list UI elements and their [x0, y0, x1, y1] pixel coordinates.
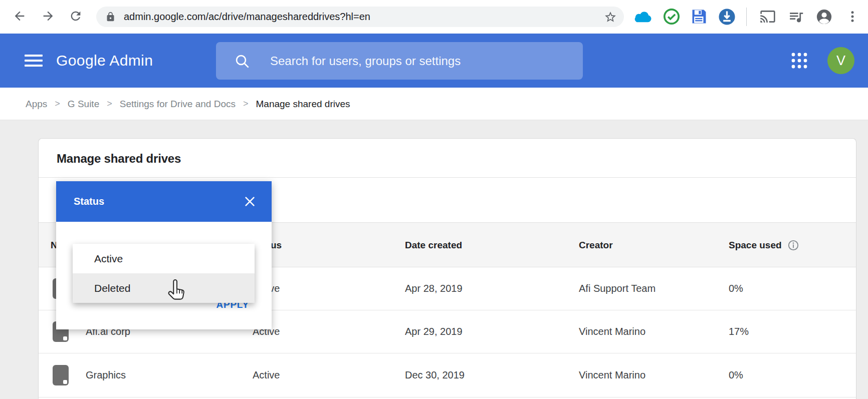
- drive-date-created: Apr 29, 2019: [405, 310, 463, 353]
- account-avatar[interactable]: V: [827, 47, 854, 74]
- google-apps-grid-icon[interactable]: [790, 52, 808, 70]
- download-extension-icon[interactable]: [717, 7, 737, 27]
- breadcrumb-current: Manage shared drives: [256, 99, 350, 110]
- page-title: Manage shared drives: [57, 152, 181, 166]
- product-name: Google Admin: [56, 34, 153, 88]
- toolbar-divider: [746, 8, 747, 26]
- breadcrumb-apps[interactable]: Apps: [26, 99, 47, 110]
- drive-name: Graphics: [86, 353, 126, 397]
- drive-space-used: 17%: [729, 310, 749, 353]
- hand-cursor: [165, 278, 186, 305]
- status-options-menu: Active Deleted: [73, 244, 255, 303]
- cast-icon[interactable]: [758, 7, 778, 27]
- lock-icon: [105, 12, 116, 22]
- drive-space-used: 0%: [729, 267, 743, 310]
- search-icon: [234, 53, 250, 69]
- salesforce-extension-icon[interactable]: [632, 7, 653, 27]
- menu-option-deleted[interactable]: Deleted: [73, 273, 255, 303]
- admin-search-bar[interactable]: [216, 42, 583, 80]
- breadcrumb-gsuite[interactable]: G Suite: [68, 99, 99, 110]
- drive-creator: Vincent Marino: [579, 353, 645, 397]
- browser-menu-kebab-icon[interactable]: [842, 7, 862, 27]
- check-circle-extension-icon[interactable]: [662, 7, 682, 27]
- title-divider: [39, 177, 856, 178]
- back-icon: [13, 9, 27, 25]
- close-icon[interactable]: [243, 195, 257, 208]
- drive-creator: Afi Support Team: [579, 267, 656, 310]
- music-queue-icon[interactable]: [786, 7, 806, 27]
- breadcrumb: Apps > G Suite > Settings for Drive and …: [26, 88, 350, 120]
- breadcrumb-bar: Apps > G Suite > Settings for Drive and …: [0, 88, 868, 120]
- forward-button[interactable]: [40, 9, 57, 26]
- info-icon[interactable]: [787, 239, 799, 251]
- reload-icon: [69, 9, 83, 25]
- bookmark-star-icon[interactable]: [602, 9, 619, 26]
- admin-header-bar: Google Admin V: [0, 34, 868, 88]
- breadcrumb-drive-settings[interactable]: Settings for Drive and Docs: [120, 99, 236, 110]
- drive-creator: Vincent Marino: [579, 310, 645, 353]
- browser-profile-avatar-icon[interactable]: [814, 7, 834, 27]
- reload-button[interactable]: [67, 9, 84, 26]
- column-header-creator[interactable]: Creator: [579, 223, 613, 268]
- shared-drive-icon: [53, 365, 69, 385]
- column-header-space-used[interactable]: Space used: [729, 223, 799, 268]
- filter-title: Status: [74, 196, 104, 207]
- drive-date-created: Dec 30, 2019: [405, 353, 465, 397]
- column-header-date-created[interactable]: Date created: [405, 223, 462, 268]
- avatar-initial: V: [836, 53, 845, 69]
- table-row[interactable]: Graphics Active Dec 30, 2019 Vincent Mar…: [39, 353, 856, 397]
- status-filter-header: Status: [56, 181, 272, 222]
- search-input[interactable]: [269, 54, 573, 69]
- breadcrumb-separator: >: [243, 99, 249, 109]
- forward-icon: [41, 9, 55, 25]
- save-floppy-extension-icon[interactable]: [689, 7, 709, 27]
- main-menu-hamburger[interactable]: [25, 52, 43, 69]
- browser-toolbar: [0, 0, 868, 34]
- url-input[interactable]: [123, 11, 624, 23]
- breadcrumb-separator: >: [55, 99, 60, 109]
- back-button[interactable]: [11, 9, 28, 26]
- menu-option-active[interactable]: Active: [73, 244, 255, 273]
- drive-date-created: Apr 28, 2019: [405, 267, 463, 310]
- address-bar[interactable]: [96, 7, 624, 27]
- drive-space-used: 0%: [729, 353, 743, 397]
- drive-status: Active: [253, 353, 280, 397]
- breadcrumb-separator: >: [107, 99, 112, 109]
